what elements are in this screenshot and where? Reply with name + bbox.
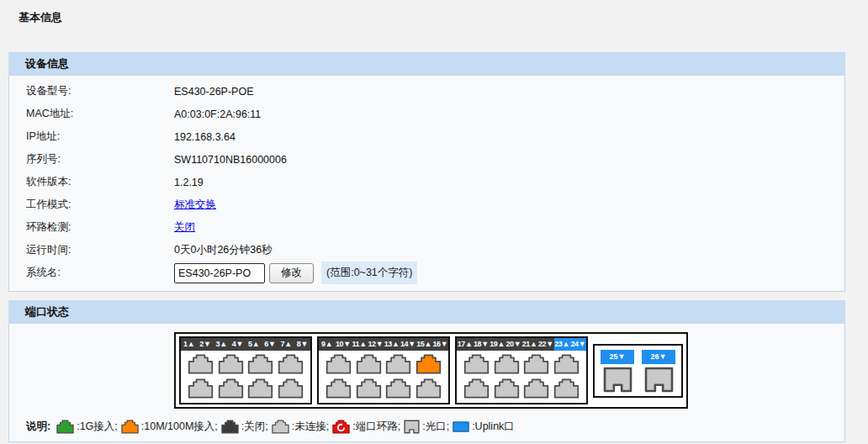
device-model-row: 设备型号: ES430-26P-POE: [9, 80, 844, 103]
software-version-value: 1.2.19: [174, 177, 204, 188]
port-4-label: 4▼: [230, 338, 246, 351]
port-block-2-grid: [319, 351, 448, 403]
legend-label-uplink: :Uplink口: [472, 420, 515, 434]
uptime-row: 运行时间: 0天0小时26分钟36秒: [9, 239, 844, 262]
port-25-sfp-icon: [602, 367, 633, 393]
port-status-body: 1▲2▼3▲4▼5▲6▼7▲8▼9▲10▼11▲12▼13▲14▼15▲16▼1…: [8, 324, 845, 442]
port-14-rj45-icon: [385, 378, 411, 399]
port-9-rj45-icon: [326, 354, 352, 374]
legend-100m-rj45-icon: [121, 420, 139, 434]
uptime-value: 0天0小时26分钟36秒: [174, 243, 273, 257]
port-2-label: 2▼: [197, 338, 213, 351]
loop-detect-row: 环路检测: 关闭: [9, 216, 844, 239]
port-13-label: 13▲: [384, 338, 400, 351]
legend-label-closed: :关闭;: [241, 420, 268, 434]
modify-button[interactable]: 修改: [269, 263, 314, 283]
port-20-rj45-icon: [494, 378, 520, 399]
legend-label-disconnected: :未连接;: [292, 420, 329, 434]
legend-item-closed: :关闭;: [221, 420, 268, 434]
legend-item-loop: :端口环路;: [332, 420, 400, 434]
port-block-1-grid: [181, 351, 310, 403]
legend-disconnected-rj45-icon: [272, 420, 289, 434]
port-23-label: 23▲: [554, 338, 570, 351]
port-block-2: 9▲10▼11▲12▼13▲14▼15▲16▼: [317, 336, 450, 404]
port-25-label: 25▼: [601, 350, 634, 364]
legend-item-100m: :10M/100M接入;: [121, 420, 218, 434]
port-12-label: 12▼: [368, 338, 384, 351]
port-26-sfp-icon: [643, 367, 675, 393]
software-version-row: 软件版本: 1.2.19: [9, 171, 844, 193]
mac-address-row: MAC地址: A0:03:0F:2A:96:11: [9, 103, 844, 125]
port-8-rj45-icon: [278, 378, 304, 399]
sfp-port-25: 25▼: [601, 350, 634, 393]
legend-item-1g: :1G接入;: [56, 420, 118, 434]
legend-item-uplink: :Uplink口: [453, 420, 515, 434]
ip-address-value: 192.168.3.64: [174, 131, 236, 143]
port-21-rj45-icon: [523, 354, 549, 374]
port-17-label: 17▲: [457, 338, 473, 351]
port-19-label: 19▲: [490, 338, 505, 351]
port-17-rj45-icon: [463, 354, 490, 374]
port-9-label: 9▲: [319, 338, 335, 351]
port-23-rj45-icon: [553, 354, 580, 374]
work-mode-link[interactable]: 标准交换: [174, 198, 216, 212]
legend-label-disconnected: :光口;: [422, 420, 449, 434]
system-name-input[interactable]: [174, 263, 265, 283]
port-5-label: 5▲: [246, 338, 262, 351]
port-3-rj45-icon: [218, 354, 244, 374]
port-block-2-header: 9▲10▼11▲12▼13▲14▼15▲16▼: [319, 338, 448, 351]
port-10-rj45-icon: [326, 378, 352, 399]
port-block-1: 1▲2▼3▲4▼5▲6▼7▲8▼: [179, 336, 312, 404]
serial-number-value: SW110710NB16000006: [174, 154, 287, 166]
sfp-port-26: 26▼: [642, 350, 675, 393]
legend-1g-rj45-icon: [56, 420, 74, 434]
serial-number-label: 序列号:: [9, 152, 174, 166]
legend-item-disconnected: :未连接;: [272, 420, 329, 434]
port-block-1-header: 1▲2▼3▲4▼5▲6▼7▲8▼: [181, 338, 310, 351]
port-18-label: 18▼: [473, 338, 489, 351]
port-11-label: 11▲: [352, 338, 368, 351]
port-14-label: 14▼: [400, 338, 415, 351]
device-model-label: 设备型号:: [9, 84, 174, 98]
work-mode-label: 工作模式:: [9, 198, 174, 212]
port-block-3-header: 17▲18▼19▲20▼21▲22▼23▲24▼: [457, 338, 586, 351]
port-22-label: 22▼: [537, 338, 553, 351]
sfp-port-block: 25▼26▼: [593, 344, 683, 398]
port-7-label: 7▲: [278, 338, 294, 351]
legend-label-100m: :10M/100M接入;: [141, 420, 218, 434]
serial-number-row: 序列号: SW110710NB16000006: [9, 148, 844, 171]
port-status-section-header: 端口状态: [8, 300, 845, 324]
port-18-rj45-icon: [463, 378, 490, 399]
system-name-label: 系统名:: [9, 266, 174, 280]
software-version-label: 软件版本:: [9, 175, 174, 189]
port-26-label: 26▼: [642, 350, 675, 364]
port-15-label: 15▲: [416, 338, 432, 351]
port-block-3-grid: [457, 351, 586, 403]
loop-detect-link[interactable]: 关闭: [174, 220, 195, 235]
legend-port-loop-icon: [332, 420, 350, 434]
legend-fiber-port-icon: [404, 420, 420, 434]
loop-detect-label: 环路检测:: [9, 220, 174, 235]
port-20-label: 20▼: [505, 338, 521, 351]
device-info-panel: 设备信息 设备型号: ES430-26P-POE MAC地址: A0:03:0F…: [8, 52, 845, 292]
legend-label-loop: :端口环路;: [352, 420, 400, 434]
port-16-label: 16▼: [432, 338, 448, 351]
port-1-rj45-icon: [188, 354, 214, 374]
port-13-rj45-icon: [385, 354, 411, 374]
legend-item-disconnected: :光口;: [404, 420, 449, 434]
legend-label-1g: :1G接入;: [77, 420, 118, 434]
port-11-rj45-icon: [356, 354, 382, 374]
port-10-label: 10▼: [335, 338, 351, 351]
port-6-label: 6▼: [262, 338, 278, 351]
port-2-rj45-icon: [188, 378, 214, 399]
port-3-label: 3▲: [214, 338, 230, 351]
ip-address-label: IP地址:: [9, 130, 174, 144]
system-name-row: 系统名: 修改 (范围:0~31个字符): [9, 262, 844, 284]
port-5-rj45-icon: [247, 354, 273, 374]
system-name-range-hint: (范围:0~31个字符): [321, 262, 417, 284]
port-16-rj45-icon: [415, 378, 442, 399]
work-mode-row: 工作模式: 标准交换: [9, 193, 844, 216]
switch-port-panel: 1▲2▼3▲4▼5▲6▼7▲8▼9▲10▼11▲12▼13▲14▼15▲16▼1…: [174, 332, 688, 409]
port-6-rj45-icon: [247, 378, 273, 399]
legend-closed-rj45-icon: [221, 420, 239, 434]
